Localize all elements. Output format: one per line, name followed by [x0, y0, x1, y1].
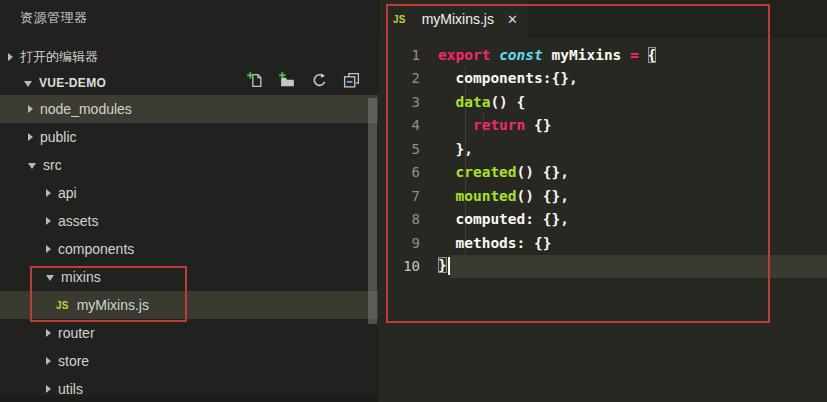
code-line-2[interactable]: 2 components:{},	[378, 67, 827, 91]
tree-item-router[interactable]: router	[0, 319, 378, 347]
js-file-icon: JS	[56, 300, 69, 311]
new-folder-icon	[279, 72, 296, 89]
tree-item-api[interactable]: api	[0, 179, 378, 207]
tab-mymixins[interactable]: JS myMixins.js ✕	[380, 0, 528, 38]
tree-item-label: store	[58, 353, 89, 369]
code-line-3[interactable]: 3 data() {	[378, 90, 827, 114]
line-number: 10	[378, 258, 438, 274]
line-number: 9	[378, 235, 438, 251]
chevron-right-icon	[28, 105, 33, 113]
code-text: methods: {}	[438, 235, 552, 251]
collapse-all-button[interactable]	[342, 71, 360, 89]
code-text: components:{},	[438, 70, 578, 86]
line-number: 8	[378, 211, 438, 227]
project-name-label: VUE-DEMO	[39, 76, 106, 90]
text-cursor	[448, 257, 450, 275]
code-text: mounted() {},	[438, 188, 569, 204]
line-number: 5	[378, 141, 438, 157]
open-editors-section[interactable]: 打开的编辑器	[0, 44, 378, 69]
code-text: created() {},	[438, 164, 569, 180]
code-text: }	[438, 257, 450, 275]
js-file-icon: JS	[393, 14, 406, 25]
chevron-down-icon	[28, 163, 36, 169]
line-number: 4	[378, 117, 438, 133]
line-number: 1	[378, 47, 438, 63]
line-number: 7	[378, 188, 438, 204]
chevron-down-icon	[46, 275, 54, 281]
line-number: 6	[378, 164, 438, 180]
code-text: computed: {},	[438, 211, 569, 227]
vscode-window: 资源管理器 打开的编辑器 VUE-DEMO	[0, 0, 827, 402]
sidebar-title: 资源管理器	[20, 9, 88, 27]
chevron-right-icon	[8, 53, 13, 61]
tree-item-store[interactable]: store	[0, 347, 378, 375]
tab-bar: JS myMixins.js ✕	[378, 0, 827, 38]
tree-item-label: assets	[58, 213, 98, 229]
chevron-right-icon	[46, 189, 51, 197]
tree-item-mymixins-js[interactable]: JSmyMixins.js	[0, 291, 378, 319]
new-file-button[interactable]	[246, 71, 264, 89]
code-line-1[interactable]: 1export const myMixins = {	[378, 43, 827, 67]
code-text: },	[438, 141, 473, 157]
explorer-sidebar: 资源管理器 打开的编辑器 VUE-DEMO	[0, 0, 378, 402]
explorer-actions	[246, 71, 360, 89]
sidebar-scrollbar[interactable]	[368, 98, 377, 324]
code-text: return {}	[438, 117, 552, 133]
new-folder-button[interactable]	[278, 71, 296, 89]
tree-item-components[interactable]: components	[0, 235, 378, 263]
code-line-7[interactable]: 7 mounted() {},	[378, 184, 827, 208]
tree-item-assets[interactable]: assets	[0, 207, 378, 235]
line-number: 2	[378, 70, 438, 86]
chevron-right-icon	[28, 133, 33, 141]
editor-group: JS myMixins.js ✕ 1export const myMixins …	[378, 0, 827, 402]
chevron-right-icon	[46, 357, 51, 365]
chevron-down-icon	[24, 81, 32, 87]
code-editor[interactable]: 1export const myMixins = {2 components:{…	[378, 38, 827, 402]
line-number: 3	[378, 94, 438, 110]
close-icon[interactable]: ✕	[507, 13, 518, 26]
tree-item-label: myMixins.js	[77, 297, 149, 313]
code-line-5[interactable]: 5 },	[378, 137, 827, 161]
chevron-right-icon	[46, 217, 51, 225]
tab-label: myMixins.js	[422, 11, 494, 27]
tree-item-label: utils	[58, 381, 83, 397]
code-line-9[interactable]: 9 methods: {}	[378, 231, 827, 255]
code-line-6[interactable]: 6 created() {},	[378, 161, 827, 185]
refresh-icon	[311, 72, 328, 89]
chevron-right-icon	[46, 385, 51, 393]
tree-item-src[interactable]: src	[0, 151, 378, 179]
chevron-right-icon	[46, 329, 51, 337]
new-file-icon	[247, 72, 264, 89]
sidebar-bottom-edge	[0, 396, 378, 402]
tree-item-label: node_modules	[40, 101, 132, 117]
code-text: data() {	[438, 94, 525, 110]
code-line-10[interactable]: 10}	[378, 255, 827, 279]
tree-item-label: mixins	[61, 269, 101, 285]
tree-item-label: src	[43, 157, 62, 173]
code-line-8[interactable]: 8 computed: {},	[378, 208, 827, 232]
tree-item-label: public	[40, 129, 77, 145]
current-line-highlight	[450, 255, 827, 279]
tree-item-label: router	[58, 325, 95, 341]
code-text: export const myMixins = {	[438, 47, 656, 63]
tree-item-label: components	[58, 241, 134, 257]
chevron-right-icon	[46, 245, 51, 253]
open-editors-label: 打开的编辑器	[20, 48, 98, 66]
tree-item-public[interactable]: public	[0, 123, 378, 151]
tree-item-label: api	[58, 185, 77, 201]
tree-item-mixins[interactable]: mixins	[0, 263, 378, 291]
code-line-4[interactable]: 4 return {}	[378, 114, 827, 138]
collapse-all-icon	[343, 72, 360, 89]
file-tree: node_modulespublicsrcapiassetscomponents…	[0, 95, 378, 402]
refresh-button[interactable]	[310, 71, 328, 89]
tree-item-node-modules[interactable]: node_modules	[0, 95, 378, 123]
